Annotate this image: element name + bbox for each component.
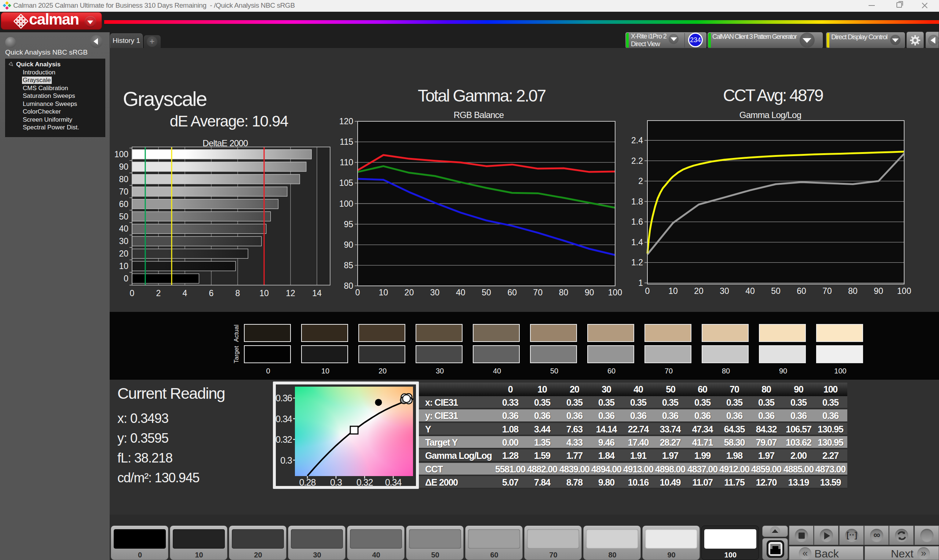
svg-text:10: 10 [259, 288, 269, 298]
svg-text:0.32: 0.32 [356, 477, 373, 488]
svg-text:0.3: 0.3 [280, 455, 292, 465]
svg-text:40: 40 [745, 286, 755, 296]
svg-text:90: 90 [874, 286, 883, 296]
svg-text:70: 70 [119, 187, 128, 197]
svg-text:70: 70 [533, 288, 543, 297]
svg-text:80: 80 [119, 174, 128, 184]
svg-text:30: 30 [119, 236, 128, 246]
svg-text:10: 10 [119, 261, 128, 271]
svg-text:1.4: 1.4 [631, 237, 643, 247]
svg-text:0: 0 [130, 288, 135, 298]
svg-text:2.2: 2.2 [631, 156, 643, 166]
svg-text:50: 50 [119, 212, 128, 222]
svg-text:0.36: 0.36 [276, 393, 292, 403]
svg-text:80: 80 [559, 288, 569, 297]
svg-text:20: 20 [694, 286, 703, 296]
svg-text:6: 6 [209, 288, 214, 298]
svg-text:1: 1 [638, 278, 643, 288]
svg-text:12: 12 [286, 288, 295, 298]
svg-text:20: 20 [119, 249, 128, 258]
svg-text:90: 90 [119, 162, 128, 172]
svg-text:0.32: 0.32 [276, 434, 292, 445]
svg-text:40: 40 [456, 288, 466, 297]
svg-text:0: 0 [355, 288, 360, 297]
svg-text:14: 14 [312, 288, 322, 298]
svg-text:4: 4 [183, 288, 187, 298]
svg-text:0: 0 [123, 274, 128, 283]
svg-text:2: 2 [156, 288, 161, 298]
svg-text:60: 60 [797, 286, 806, 296]
svg-text:60: 60 [507, 288, 517, 297]
svg-text:0.34: 0.34 [385, 477, 402, 488]
svg-text:0: 0 [645, 286, 650, 296]
svg-text:90: 90 [585, 288, 594, 297]
svg-text:90: 90 [344, 240, 353, 249]
svg-text:50: 50 [482, 288, 491, 297]
svg-text:8: 8 [236, 288, 240, 298]
svg-text:95: 95 [344, 220, 353, 229]
svg-text:115: 115 [340, 137, 353, 146]
svg-text:1.2: 1.2 [631, 258, 643, 267]
svg-text:70: 70 [822, 286, 832, 296]
svg-text:80: 80 [848, 286, 857, 296]
svg-text:0.3: 0.3 [330, 477, 342, 488]
svg-text:30: 30 [430, 288, 440, 297]
svg-text:85: 85 [344, 261, 353, 270]
svg-text:30: 30 [720, 286, 729, 296]
svg-text:105: 105 [339, 178, 353, 188]
svg-text:80: 80 [344, 281, 353, 291]
svg-text:110: 110 [340, 158, 353, 167]
svg-text:2.4: 2.4 [631, 135, 643, 145]
svg-text:0.28: 0.28 [299, 477, 316, 488]
svg-text:10: 10 [668, 286, 678, 296]
svg-text:0.34: 0.34 [276, 414, 292, 424]
svg-text:2: 2 [638, 176, 643, 186]
svg-text:20: 20 [405, 288, 414, 297]
svg-text:10: 10 [379, 288, 388, 297]
svg-text:50: 50 [771, 286, 780, 296]
svg-text:40: 40 [119, 224, 128, 234]
svg-text:100: 100 [114, 149, 128, 159]
svg-text:100: 100 [897, 286, 911, 296]
svg-text:1.6: 1.6 [631, 217, 643, 226]
svg-text:100: 100 [339, 199, 353, 209]
svg-text:1.8: 1.8 [631, 197, 643, 206]
svg-text:60: 60 [119, 199, 128, 209]
svg-text:120: 120 [339, 117, 353, 126]
svg-text:100: 100 [608, 288, 622, 297]
